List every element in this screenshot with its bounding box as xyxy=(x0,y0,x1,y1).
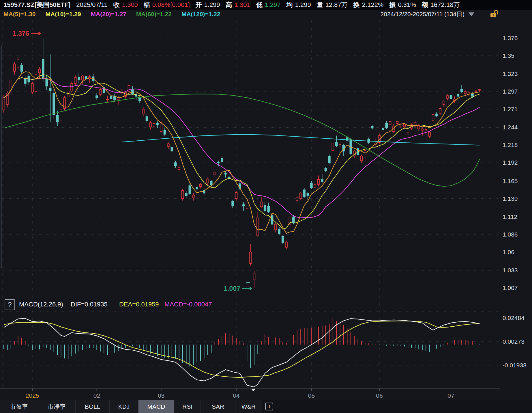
candle-body xyxy=(361,156,363,161)
month-label-04: 04 xyxy=(233,392,239,399)
candle-body xyxy=(232,201,234,206)
macd-axis-label: -0.01938 xyxy=(503,362,527,369)
price-axis-label: 1.165 xyxy=(503,178,518,184)
candle-body xyxy=(407,132,409,135)
candle-body xyxy=(242,205,244,206)
help-icon[interactable]: ? xyxy=(5,299,15,310)
date-range-label[interactable]: 2024/12/20-2025/07/11 (134日) xyxy=(381,10,465,18)
candle-body xyxy=(96,96,98,98)
candle-body xyxy=(196,187,198,189)
candle-body xyxy=(428,132,430,136)
ma60-line xyxy=(4,94,479,186)
month-label-2025: 2025 xyxy=(26,392,39,399)
candle-body xyxy=(275,224,277,230)
stat-label: 振 xyxy=(389,1,396,9)
tab-wr[interactable]: W&R xyxy=(235,400,262,413)
candle-body xyxy=(285,242,287,248)
candle-body xyxy=(175,163,177,166)
month-label-03: 03 xyxy=(158,392,164,399)
candle-body xyxy=(264,205,266,211)
candle-body xyxy=(221,158,223,162)
candle-body xyxy=(35,75,37,92)
tab-pb[interactable]: 市净率 xyxy=(38,400,76,413)
stat-label: 收 xyxy=(113,1,120,9)
month-label-06: 06 xyxy=(376,392,383,399)
price-axis-label: 1.35 xyxy=(503,53,514,59)
candlestick-macd-chart[interactable]: 1.3761.007 xyxy=(0,0,532,413)
tab-kdj[interactable]: KDJ xyxy=(110,400,138,413)
candle-body xyxy=(293,217,295,223)
stat-value: 1.300 xyxy=(122,1,138,9)
quote-stats: 收1.300幅0.08%[0.001]开1.299高1.301低1.297均1.… xyxy=(113,1,460,9)
stat-label: 低 xyxy=(256,1,263,9)
candle-body xyxy=(167,144,169,146)
candle-body xyxy=(189,186,191,194)
stat-value: 1.301 xyxy=(235,1,250,9)
ma-legend-item-1: MA(10)=1.29 xyxy=(45,11,81,18)
tab-sar[interactable]: SAR xyxy=(201,400,235,413)
candle-body xyxy=(207,179,209,183)
macd-axis-label: 0.00273 xyxy=(503,338,524,345)
price-axis-label: 1.007 xyxy=(503,285,518,291)
ma-legend-item-4: MA(120)=1.22 xyxy=(181,11,220,18)
stat-value: 2.122% xyxy=(362,1,384,9)
macd-axis-label: 0.02484 xyxy=(503,315,524,321)
candle-body xyxy=(57,115,59,122)
stat-turnover: 换2.122% xyxy=(353,1,384,9)
axis-split-caret[interactable] xyxy=(251,389,255,391)
annotation-arrow-head xyxy=(38,32,41,35)
candle-body xyxy=(464,92,466,94)
macd-value: MACD=-0.00047 xyxy=(164,301,212,308)
price-axis-label: 1.218 xyxy=(503,142,518,148)
stat-avg: 均1.299 xyxy=(286,1,311,9)
candle-body xyxy=(321,179,323,182)
candle-body xyxy=(235,192,237,198)
unlock-icon[interactable] xyxy=(490,13,496,17)
candle-body xyxy=(332,143,334,150)
price-axis-label: 1.033 xyxy=(503,267,518,274)
range-selector[interactable]: 2024/12/20-2025/07/11 (134日) xyxy=(381,10,475,18)
tab-rsi[interactable]: RSI xyxy=(174,400,201,413)
macd-header: ? MACD(12,26,9) DIF=0.01935 DEA=0.01959 … xyxy=(0,299,532,310)
candle-body xyxy=(21,65,23,71)
price-axis-label: 1.244 xyxy=(503,124,518,131)
stat-open: 开1.299 xyxy=(196,1,220,9)
chevron-down-icon[interactable] xyxy=(469,12,474,16)
candle-body xyxy=(53,93,55,115)
candle-body xyxy=(382,128,384,130)
candle-body xyxy=(171,147,173,151)
candle-body xyxy=(421,129,423,130)
candle-body xyxy=(85,76,87,79)
candle-body xyxy=(218,162,220,163)
stat-close: 收1.300 xyxy=(113,1,138,9)
candle-body xyxy=(307,193,309,196)
stock-chart-app: 1.3761.007 159577.SZ[美国50ETF] 2025/07/11… xyxy=(0,0,532,413)
vertical-scrollbar[interactable] xyxy=(1,45,2,269)
candle-body xyxy=(81,76,83,80)
add-indicator-button[interactable]: + xyxy=(265,403,273,410)
stat-value: 0.31% xyxy=(398,1,416,9)
candle-body xyxy=(74,77,76,83)
header-bar: 159577.SZ[美国50ETF] 2025/07/11 收1.300幅0.0… xyxy=(0,0,532,10)
candle-body xyxy=(253,273,255,280)
price-axis-label: 1.086 xyxy=(503,231,518,238)
trade-date: 2025/07/11 xyxy=(76,1,107,9)
candle-body xyxy=(403,124,405,127)
candle-body xyxy=(192,195,194,198)
candle-body xyxy=(479,90,481,90)
candle-body xyxy=(436,114,438,116)
tab-macd[interactable]: MACD xyxy=(138,400,174,413)
candle-body xyxy=(246,202,248,209)
candle-body xyxy=(282,237,284,243)
candle-body xyxy=(14,64,16,71)
candle-body xyxy=(271,215,273,224)
candle-body xyxy=(67,91,69,97)
stat-label: 换 xyxy=(353,1,360,9)
price-axis-label: 1.271 xyxy=(503,106,518,112)
price-axis-label: 1.323 xyxy=(503,71,518,77)
candle-body xyxy=(42,59,44,79)
candle-body xyxy=(139,98,141,101)
tab-pe[interactable]: 市盈率 xyxy=(0,400,38,413)
tab-boll[interactable]: BOLL xyxy=(76,400,110,413)
stat-low: 低1.297 xyxy=(256,1,281,9)
